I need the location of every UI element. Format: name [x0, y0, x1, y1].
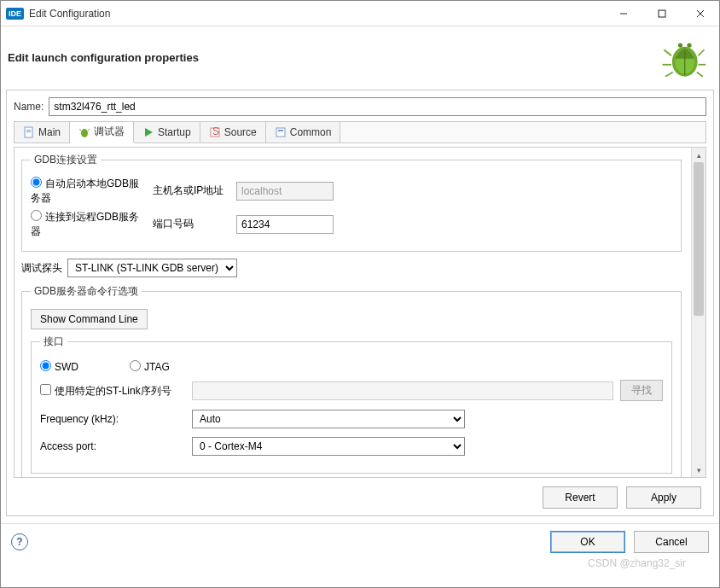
close-icon	[696, 9, 705, 18]
svg-rect-17	[26, 131, 31, 132]
radio-local-gdb[interactable]: 自动启动本地GDB服务器	[31, 176, 146, 206]
serial-checkbox[interactable]: 使用特定的ST-Link序列号	[40, 383, 185, 399]
probe-label: 调试探头	[21, 261, 62, 276]
svg-point-6	[678, 43, 682, 47]
scrollbar-thumb[interactable]	[694, 162, 704, 316]
radio-swd[interactable]: SWD	[40, 359, 78, 373]
tab-startup[interactable]: Startup	[134, 122, 200, 143]
source-icon: S	[209, 126, 221, 138]
revert-button[interactable]: Revert	[543, 486, 618, 509]
bug-icon	[659, 33, 707, 81]
svg-line-12	[699, 49, 705, 55]
radio-jtag[interactable]: JTAG	[130, 359, 170, 373]
scroll-up-icon[interactable]: ▴	[692, 148, 705, 162]
tab-common[interactable]: Common	[266, 122, 341, 143]
svg-line-20	[88, 129, 90, 131]
access-port-label: Access port:	[40, 440, 185, 452]
apply-button[interactable]: Apply	[626, 486, 701, 509]
frequency-select[interactable]: Auto	[192, 410, 465, 428]
svg-rect-1	[659, 10, 665, 17]
svg-rect-16	[26, 130, 31, 131]
host-label: 主机名或IP地址	[153, 183, 229, 198]
tab-common-label: Common	[290, 126, 332, 138]
common-icon	[275, 126, 287, 138]
interface-group: 接口 SWD JTAG 使用特定的ST-Link序列号 寻找 Frequency…	[31, 335, 672, 474]
tab-content: ▴ ▾ GDB连接设置 自动启动本地GDB服务器 主机名或IP地址 连接到远程G…	[14, 147, 706, 478]
port-label: 端口号码	[153, 217, 229, 231]
probe-select[interactable]: ST-LINK (ST-LINK GDB server)	[67, 259, 237, 277]
tab-source-label: Source	[224, 126, 257, 138]
main-panel: Name: Main 调试器 Startup S Source Common ▴…	[6, 90, 714, 516]
cancel-button[interactable]: Cancel	[634, 531, 709, 553]
tab-startup-label: Startup	[158, 126, 191, 138]
vertical-scrollbar[interactable]: ▴ ▾	[691, 148, 705, 477]
frequency-label: Frequency (kHz):	[40, 413, 185, 425]
tab-debugger-label: 调试器	[94, 125, 125, 139]
svg-point-7	[687, 43, 691, 47]
tab-source[interactable]: S Source	[200, 122, 266, 143]
close-button[interactable]	[681, 1, 719, 26]
host-input	[236, 182, 334, 201]
gdb-server-legend: GDB服务器命令行选项	[31, 284, 142, 299]
maximize-button[interactable]	[642, 1, 681, 26]
tab-main-label: Main	[38, 126, 61, 138]
play-icon	[142, 126, 154, 138]
svg-line-9	[664, 49, 671, 55]
window-title: Edit Configuration	[29, 8, 604, 20]
find-button[interactable]: 寻找	[620, 380, 663, 401]
svg-line-11	[665, 73, 673, 77]
radio-remote-gdb[interactable]: 连接到远程GDB服务器	[31, 209, 146, 239]
access-port-select[interactable]: 0 - Cortex-M4	[192, 437, 465, 456]
footer: ? OK Cancel	[1, 523, 719, 560]
app-badge: IDE	[6, 8, 24, 20]
tabbar: Main 调试器 Startup S Source Common	[14, 121, 706, 143]
gdb-connection-group: GDB连接设置 自动启动本地GDB服务器 主机名或IP地址 连接到远程GDB服务…	[21, 153, 682, 252]
file-icon	[23, 126, 35, 138]
scroll-down-icon[interactable]: ▾	[692, 463, 705, 477]
bug-small-icon	[78, 126, 90, 138]
svg-rect-25	[278, 130, 283, 131]
name-label: Name:	[14, 101, 44, 113]
ok-button[interactable]: OK	[550, 531, 625, 553]
svg-line-19	[79, 129, 81, 131]
page-heading: Edit launch configuration properties	[8, 51, 199, 64]
svg-point-18	[81, 129, 88, 137]
help-button[interactable]: ?	[11, 533, 28, 550]
svg-rect-24	[276, 128, 285, 137]
svg-marker-21	[145, 128, 153, 137]
tab-main[interactable]: Main	[15, 122, 70, 143]
show-command-line-button[interactable]: Show Command Line	[31, 309, 148, 329]
banner: Edit launch configuration properties	[1, 26, 719, 88]
svg-line-14	[697, 73, 703, 77]
maximize-icon	[658, 9, 666, 18]
gdb-connection-legend: GDB连接设置	[31, 153, 101, 167]
minimize-icon	[619, 9, 628, 18]
titlebar: IDE Edit Configuration	[1, 1, 719, 26]
gdb-server-group: GDB服务器命令行选项 Show Command Line 接口 SWD JTA…	[21, 284, 682, 478]
tab-debugger[interactable]: 调试器	[70, 122, 134, 143]
interface-legend: 接口	[40, 335, 67, 349]
minimize-button[interactable]	[604, 1, 642, 26]
svg-text:S: S	[212, 126, 219, 137]
name-input[interactable]	[49, 97, 706, 116]
port-input[interactable]	[236, 215, 334, 234]
serial-select	[192, 381, 613, 400]
